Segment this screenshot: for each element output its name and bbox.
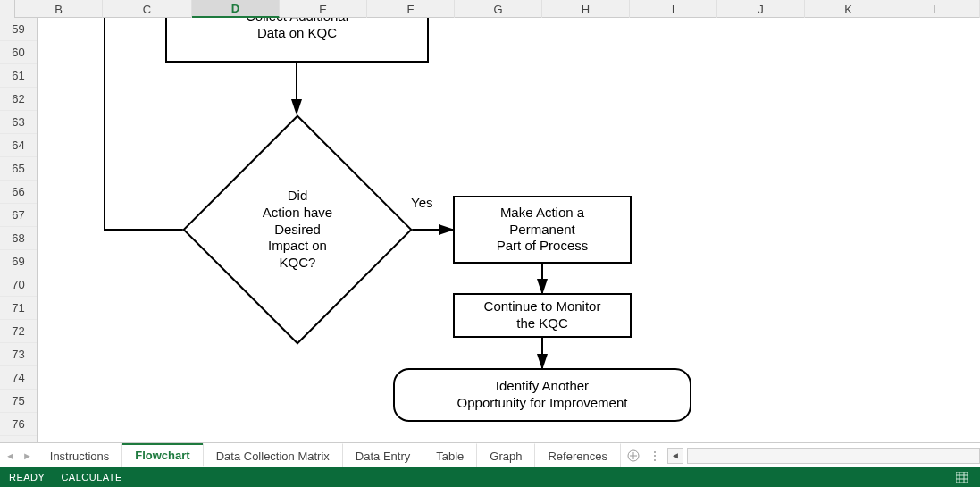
flow-yes-label: Yes [411, 195, 432, 210]
grid-body: 596061626364656667686970717273747576 [0, 18, 980, 442]
row-header-64[interactable]: 64 [0, 134, 37, 157]
svg-rect-1 [956, 472, 968, 483]
flow-box-permanent[interactable]: Make Action a Permanent Part of Process [453, 196, 632, 264]
flow-decision-label: Did Action have Desired Impact on KQC? [263, 188, 332, 272]
column-header-E[interactable]: E [280, 0, 367, 18]
row-header-76[interactable]: 76 [0, 413, 37, 436]
status-ready: READY [9, 472, 45, 483]
row-header-68[interactable]: 68 [0, 227, 37, 250]
flow-box-collect-label: Collect Additional Data on KQC [246, 18, 348, 41]
row-header-62[interactable]: 62 [0, 88, 37, 111]
status-calculate: CALCULATE [61, 472, 121, 483]
row-header-73[interactable]: 73 [0, 343, 37, 366]
tab-nav-next-icon[interactable]: ► [22, 450, 32, 461]
row-header-61[interactable]: 61 [0, 64, 37, 88]
flow-box-identify-label: Identify Another Opportunity for Improve… [457, 378, 628, 412]
column-header-F[interactable]: F [367, 0, 455, 18]
tab-instructions[interactable]: Instructions [38, 443, 122, 467]
tab-graph[interactable]: Graph [477, 443, 535, 467]
column-header-B[interactable]: B [15, 0, 103, 18]
flow-box-permanent-label: Make Action a Permanent Part of Process [497, 205, 589, 255]
tab-flowchart[interactable]: Flowchart [122, 443, 203, 467]
row-header-74[interactable]: 74 [0, 366, 37, 390]
hscroll-left-button[interactable]: ◄ [667, 448, 683, 464]
row-header-70[interactable]: 70 [0, 273, 37, 297]
column-header-I[interactable]: I [630, 0, 717, 18]
tab-nav-controls: ◄ ► [0, 443, 38, 467]
flow-box-monitor[interactable]: Continue to Monitor the KQC [453, 293, 632, 338]
flow-decision[interactable]: Did Action have Desired Impact on KQC? [216, 148, 379, 311]
row-header-60[interactable]: 60 [0, 41, 37, 64]
view-grid-icon[interactable] [953, 471, 971, 483]
status-bar: READY CALCULATE [0, 467, 980, 487]
row-header-63[interactable]: 63 [0, 111, 37, 134]
select-all-corner[interactable] [0, 0, 15, 18]
row-header-71[interactable]: 71 [0, 297, 37, 320]
row-header-66[interactable]: 66 [0, 181, 37, 204]
row-header-69[interactable]: 69 [0, 250, 37, 273]
flowchart-layer: Collect Additional Data on KQC Did Actio… [38, 18, 980, 442]
add-sheet-button[interactable] [621, 443, 646, 467]
tab-nav-prev-icon[interactable]: ◄ [5, 450, 15, 461]
row-header-59[interactable]: 59 [0, 18, 37, 41]
flow-box-identify[interactable]: Identify Another Opportunity for Improve… [393, 368, 691, 422]
tab-table[interactable]: Table [423, 443, 477, 467]
row-headers: 596061626364656667686970717273747576 [0, 18, 38, 442]
column-headers-row: BCDEFGHIJKL [0, 0, 980, 18]
row-header-65[interactable]: 65 [0, 157, 37, 181]
flow-box-monitor-label: Continue to Monitor the KQC [484, 298, 601, 332]
column-header-K[interactable]: K [805, 0, 892, 18]
worksheet-tab-strip: ◄ ► InstructionsFlowchartData Collection… [0, 442, 980, 467]
spreadsheet-app: BCDEFGHIJKL 5960616263646566676869707172… [0, 0, 980, 487]
horizontal-scroll-area: ◄ [664, 443, 980, 467]
row-header-67[interactable]: 67 [0, 204, 37, 227]
hscroll-track[interactable] [687, 448, 980, 464]
column-header-D[interactable]: D [192, 0, 280, 18]
column-header-H[interactable]: H [542, 0, 630, 18]
column-header-L[interactable]: L [892, 0, 980, 18]
row-header-75[interactable]: 75 [0, 390, 37, 413]
plus-icon [627, 449, 640, 462]
column-header-G[interactable]: G [455, 0, 542, 18]
tab-overflow-icon[interactable]: ⋮ [646, 443, 664, 467]
column-header-J[interactable]: J [717, 0, 805, 18]
tab-data-entry[interactable]: Data Entry [343, 443, 423, 467]
tab-data-collection-matrix[interactable]: Data Collection Matrix [204, 443, 343, 467]
cells-area[interactable]: Collect Additional Data on KQC Did Actio… [38, 18, 980, 442]
tab-references[interactable]: References [535, 443, 620, 467]
flow-box-collect[interactable]: Collect Additional Data on KQC [165, 18, 429, 63]
column-header-C[interactable]: C [103, 0, 192, 18]
row-header-72[interactable]: 72 [0, 320, 37, 343]
